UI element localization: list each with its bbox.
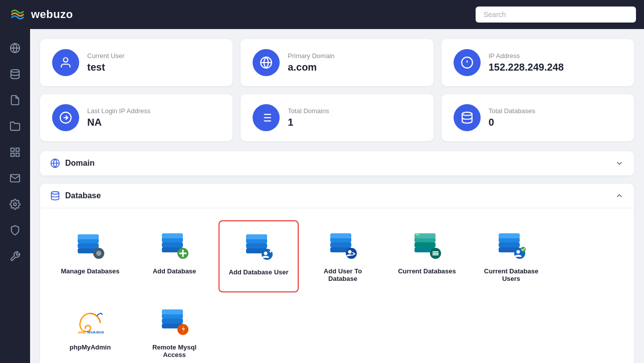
svg-rect-27 — [78, 234, 99, 239]
db-item-add-user-to-database[interactable]: Add User To Database — [303, 220, 383, 292]
svg-text:MyAdmin: MyAdmin — [87, 330, 104, 333]
card-ip-address: IP Address 152.228.249.248 — [442, 39, 634, 86]
total-domains-label: Total Domains — [288, 107, 329, 115]
card-current-user: Current User test — [40, 39, 233, 86]
db-item-phpmyadmin[interactable]: php MyAdmin phpMyAdmin — [50, 296, 130, 363]
last-login-value: NA — [87, 117, 150, 128]
svg-rect-52 — [330, 233, 351, 238]
svg-rect-56 — [414, 242, 436, 247]
sidebar-item-database[interactable] — [4, 63, 26, 85]
primary-domain-value: a.com — [288, 62, 334, 73]
svg-rect-5 — [16, 153, 19, 156]
sidebar-item-globe[interactable] — [4, 37, 26, 59]
current-database-users-label: Current Database Users — [479, 267, 543, 282]
sidebar-item-file[interactable] — [4, 89, 26, 111]
svg-rect-74 — [162, 318, 183, 323]
svg-rect-3 — [11, 148, 14, 151]
ip-address-label: IP Address — [489, 52, 564, 60]
svg-rect-30 — [98, 248, 100, 250]
domain-chevron-icon — [615, 159, 624, 168]
svg-point-69 — [517, 250, 520, 254]
svg-point-53 — [346, 248, 357, 259]
db-item-add-database[interactable]: Add Database — [134, 220, 214, 292]
sidebar-item-shield[interactable] — [4, 219, 26, 241]
current-user-value: test — [87, 62, 124, 73]
svg-rect-42 — [246, 243, 267, 248]
total-domains-value: 1 — [288, 117, 329, 128]
add-database-icon — [158, 230, 190, 262]
search-input[interactable] — [476, 7, 636, 23]
svg-point-21 — [462, 112, 472, 116]
sidebar-item-folder[interactable] — [4, 115, 26, 137]
db-item-current-databases[interactable]: Current Databases — [387, 220, 467, 292]
add-database-label: Add Database — [153, 267, 196, 275]
svg-rect-33 — [102, 252, 104, 254]
current-databases-label: Current Databases — [398, 267, 456, 275]
sidebar-item-settings[interactable] — [4, 193, 26, 215]
domain-globe-icon — [50, 158, 60, 168]
current-databases-icon — [411, 230, 443, 262]
svg-point-7 — [14, 203, 17, 206]
globe-icon-circle — [253, 49, 280, 76]
svg-rect-65 — [499, 242, 520, 247]
svg-rect-32 — [94, 252, 96, 254]
logo: webuzo — [8, 5, 73, 24]
svg-rect-37 — [162, 233, 183, 238]
database-section-icon — [50, 191, 60, 201]
phpmyadmin-label: phpMyAdmin — [70, 343, 111, 351]
card-primary-domain-text: Primary Domain a.com — [288, 52, 334, 73]
card-ip-address-text: IP Address 152.228.249.248 — [489, 52, 564, 73]
svg-rect-44 — [246, 234, 267, 239]
database-section-title: Database — [65, 191, 101, 200]
content: Current User test Primary Domain a.com — [30, 29, 644, 363]
svg-rect-50 — [330, 242, 351, 247]
card-last-login-ip: Last Login IP Address NA — [40, 94, 233, 141]
list-icon-circle — [253, 104, 280, 131]
db-item-current-database-users[interactable]: Current Database Users — [471, 220, 551, 292]
sidebar-item-wrench[interactable] — [4, 245, 26, 267]
db-item-add-database-user[interactable]: Add Database User — [219, 220, 299, 292]
logo-icon — [8, 5, 27, 24]
domain-section: Domain — [40, 151, 634, 176]
info-icon-circle — [454, 49, 481, 76]
add-database-user-label: Add Database User — [229, 268, 288, 276]
ip-address-value: 152.228.249.248 — [489, 62, 564, 73]
sidebar-item-mail[interactable] — [4, 167, 26, 189]
svg-text:php: php — [78, 330, 86, 333]
svg-point-2 — [11, 70, 20, 73]
db-item-remote-mysql-access[interactable]: Remote Mysql Access — [134, 296, 214, 363]
card-total-databases-text: Total Databases 0 — [489, 107, 535, 128]
card-primary-domain: Primary Domain a.com — [241, 39, 433, 86]
add-database-user-icon — [243, 231, 275, 263]
last-login-label: Last Login IP Address — [87, 107, 150, 115]
svg-rect-67 — [499, 233, 520, 238]
svg-rect-31 — [98, 256, 100, 258]
info-cards-grid: Current User test Primary Domain a.com — [40, 39, 634, 141]
sidebar-item-grid[interactable] — [4, 141, 26, 163]
svg-rect-4 — [16, 148, 19, 151]
domain-section-title: Domain — [65, 159, 95, 168]
database-section-header[interactable]: Database — [40, 184, 634, 208]
user-icon-circle — [52, 49, 79, 76]
svg-rect-76 — [162, 309, 183, 314]
database-section: Database — [40, 184, 634, 363]
database-items-grid: Manage Databases — [40, 208, 634, 363]
current-database-users-icon — [495, 230, 527, 262]
database-chevron-icon — [615, 191, 624, 200]
current-user-label: Current User — [87, 52, 124, 60]
svg-point-46 — [264, 252, 268, 255]
card-last-login-text: Last Login IP Address NA — [87, 107, 150, 128]
db-item-manage-databases[interactable]: Manage Databases — [50, 220, 130, 292]
svg-point-23 — [52, 192, 59, 194]
card-total-domains: Total Domains 1 — [241, 94, 433, 141]
domain-section-header[interactable]: Domain — [40, 151, 634, 176]
add-user-to-database-label: Add User To Database — [311, 267, 375, 282]
remote-mysql-label: Remote Mysql Access — [142, 343, 206, 358]
phpmyadmin-icon: php MyAdmin — [74, 306, 106, 338]
card-total-domains-text: Total Domains 1 — [288, 107, 329, 128]
add-user-to-database-icon — [327, 230, 359, 262]
svg-rect-6 — [11, 153, 14, 156]
remote-mysql-icon — [158, 306, 190, 338]
card-current-user-text: Current User test — [87, 52, 124, 73]
primary-domain-label: Primary Domain — [288, 52, 334, 60]
